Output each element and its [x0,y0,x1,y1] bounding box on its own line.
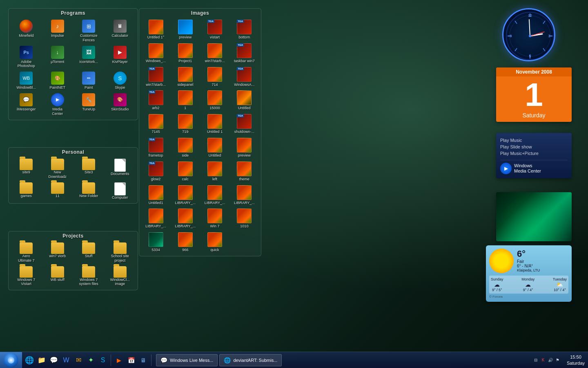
img-vistart[interactable]: TGA vistart [201,18,229,41]
img-left[interactable]: left [201,160,229,183]
folder-games[interactable]: games [11,181,42,201]
folder-new-downloadz[interactable]: New Downloadz [42,157,73,180]
app-imessenger[interactable]: 💬 iMessenger [11,92,42,117]
taskbar-ie-icon[interactable]: 🌐 [24,355,35,366]
folder-site9[interactable]: site9 [11,157,42,180]
img-untitled1-r8[interactable]: Untitled1 [142,184,170,206]
app-impulse[interactable]: ♪ Impulse [42,18,73,44]
img-theme[interactable]: theme [230,160,258,183]
start-button[interactable] [0,352,22,368]
img-calc[interactable]: calc [171,160,199,183]
folder-school-site[interactable]: School site project [105,241,136,264]
taskbar-search-icon[interactable]: ✦ [85,355,96,366]
task-deviantart-label: deviantART: Submis... [233,358,277,363]
app-tuneup[interactable]: 🔧 TuneUp [74,92,104,117]
img-5334[interactable]: 5334 [142,231,170,254]
img-win7starb2[interactable]: TGA win7/starb... [142,66,170,88]
media-play-music-picture[interactable]: Play Music+Picture [500,150,568,157]
img-project1[interactable]: Project1 [171,42,199,65]
taskbar-word-icon[interactable]: W [60,355,72,366]
img-win7[interactable]: Win 7 [201,207,229,230]
media-play-slideshow[interactable]: Play Slide show [500,144,568,150]
img-1[interactable]: 1 [171,89,199,112]
img-library4[interactable]: LIBRARY_... [142,207,170,230]
taskbar-skype-icon[interactable]: S [97,355,109,366]
img-966[interactable]: 966 [171,231,199,254]
folder-new-folder[interactable]: New Folder [74,181,104,201]
img-bottom[interactable]: TGA bottom [230,18,258,41]
quick-launch-divider [111,355,111,366]
img-arb2[interactable]: TGA arb2 [142,89,170,112]
forecast-sunday-icon: ☁ [491,281,503,288]
img-untitled-r4[interactable]: Untitled [230,89,258,112]
taskbar-explorer-icon[interactable]: 📁 [36,355,47,366]
aurora-overlay [496,192,572,241]
app-mediacenter[interactable]: ▶ Media Center [42,92,73,117]
folder-11[interactable]: 11 [42,181,73,201]
img-library2[interactable]: LIBRARY_... [201,184,229,206]
img-preview1[interactable]: preview [171,18,199,41]
app-paint[interactable]: ✏ Paint [74,70,104,91]
app-paintnet[interactable]: 🎨 PaintNET [42,70,73,91]
folder-win7-vistart[interactable]: Windows 7 Vistart [11,265,42,288]
taskbar-messenger-icon[interactable]: 💬 [48,355,60,366]
img-719[interactable]: 719 [171,113,199,135]
app-minefield[interactable]: Minefield [11,18,42,44]
img-windows[interactable]: Windows_... [142,42,170,65]
taskbar-task-messenger[interactable]: 💬 Windows Live Mess... [156,354,218,366]
app-kivplayer[interactable]: ▶ KivPlayer [105,45,136,70]
img-untitled1[interactable]: Untitled 1° [142,18,170,41]
img-15000[interactable]: 15000 [201,89,229,112]
img-library3[interactable]: LIBRARY_... [230,184,258,206]
file-documents[interactable]: Documents [105,157,136,180]
img-1010[interactable]: 1010 [230,207,258,230]
img-shutdown[interactable]: TGA shutdown-... [230,113,258,135]
taskbar-screenshot-icon[interactable]: 🖥 [138,355,149,366]
tray-network-icon[interactable]: ⊟ [532,357,539,364]
app-windowbl[interactable]: WB WindowBl... [11,70,42,91]
img-preview2[interactable]: preview [230,137,258,159]
img-library1[interactable]: LIBRARY_... [171,184,199,206]
img-win7starb1[interactable]: win7/starb... [201,42,229,65]
app-calculator[interactable]: 🖩 Calculator [105,18,136,44]
app-photoshop[interactable]: Ps Adobe Photoshop [11,45,42,70]
img-quick[interactable]: quick [201,231,229,254]
taskbar-task-deviantart[interactable]: 🌐 deviantART: Submis... [219,354,282,366]
app-utorrent[interactable]: ↓ µTorrent [42,45,73,70]
app-skinstudio[interactable]: 🎨 SkinStudio [105,92,136,117]
personal-grid: site9 New Downloadz Site3 Documents game… [9,156,138,203]
folder-windowcl-image[interactable]: WindowCl... image [105,265,136,288]
app-skype[interactable]: S Skype [105,70,136,91]
img-frametop[interactable]: TGA frametop [142,137,170,159]
folder-wb-stuff[interactable]: WB stuff [42,265,73,288]
taskbar-mail-icon[interactable]: ✉ [73,355,84,366]
img-untitled-r6[interactable]: Untitled [201,137,229,159]
folder-site3[interactable]: Site3 [74,157,104,180]
img-7145[interactable]: 7145 [142,113,170,135]
img-library5[interactable]: LIBRARY_... [171,207,199,230]
taskbar-calendar2-icon[interactable]: 📅 [125,355,137,366]
tray-volume-icon[interactable]: 🔊 [547,357,554,364]
img-glow2[interactable]: TGA glow2 [142,160,170,183]
img-sidepanel[interactable]: sidepanel [171,66,199,88]
folder-win7-viorb[interactable]: win7 viorb [42,241,73,264]
wmc-logo: ▶ [500,163,512,174]
tray-kaspersky-icon[interactable]: K [540,357,546,364]
img-taskbarwin7[interactable]: TGA taskbar win7 [230,42,258,65]
img-714[interactable]: 714 [201,66,229,88]
folder-stuff[interactable]: Stuff [74,241,104,264]
img-untitled1-r5[interactable]: Untitled 1 [201,113,229,135]
file-computer[interactable]: Computer [105,181,136,201]
app-iconwork[interactable]: 🖼 IconWork... [74,45,104,70]
fence-personal-title: Personal [9,148,138,156]
taskbar-media-icon[interactable]: ▶ [113,355,125,366]
folder-win7-system-files[interactable]: Windows 7 system files [74,265,104,288]
app-customize-fences[interactable]: ⊞ Customize Fences [74,18,104,44]
tray-flag-icon[interactable]: ⚑ [555,357,561,364]
folder-aero-ultimate[interactable]: Aero Ultimate 7 [11,241,42,264]
clock-face: 12 3 6 9 [502,8,555,61]
img-side[interactable]: side [171,137,199,159]
img-windowsa[interactable]: TGA WindowsA... [230,66,258,88]
weather-widget: 6° Fair 6° - N/A° Klaipeda, LTU Sunday ☁… [486,245,572,302]
media-play-music[interactable]: Play Music [500,137,568,144]
